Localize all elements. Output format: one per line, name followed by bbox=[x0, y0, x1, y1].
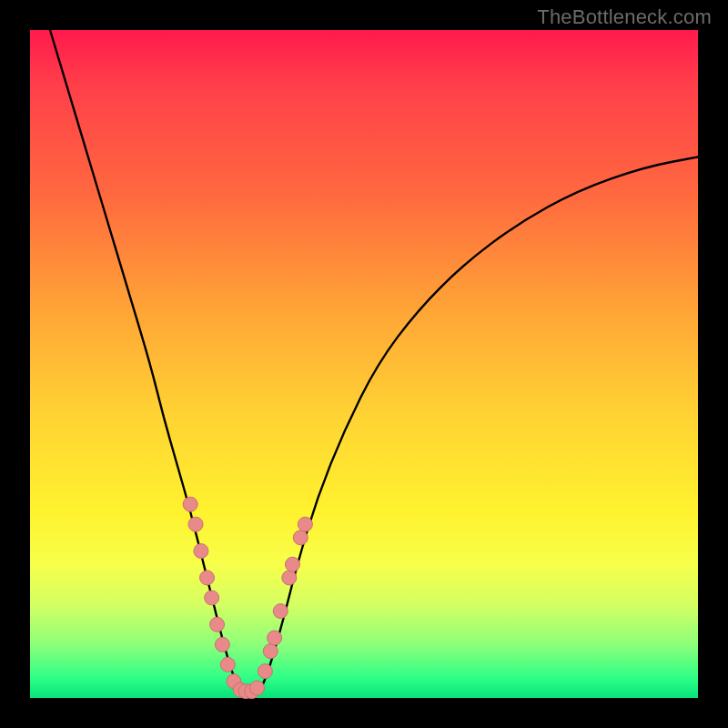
marker-point bbox=[282, 571, 297, 585]
marker-point bbox=[183, 497, 197, 511]
highlight-markers bbox=[183, 497, 312, 699]
marker-point bbox=[205, 591, 219, 605]
curve-svg bbox=[30, 30, 698, 698]
attribution-label: TheBottleneck.com bbox=[537, 5, 712, 29]
marker-point bbox=[258, 664, 272, 679]
marker-point bbox=[210, 617, 225, 632]
marker-point bbox=[293, 531, 308, 545]
chart-frame: TheBottleneck.com bbox=[0, 0, 728, 728]
marker-point bbox=[250, 681, 265, 695]
bottleneck-curve bbox=[50, 30, 698, 698]
marker-point bbox=[268, 631, 282, 645]
marker-point bbox=[215, 637, 229, 652]
marker-point bbox=[200, 571, 215, 585]
marker-point bbox=[194, 544, 208, 559]
marker-point bbox=[285, 557, 299, 571]
marker-point bbox=[273, 604, 288, 619]
marker-point bbox=[220, 657, 235, 672]
marker-point bbox=[263, 644, 278, 659]
plot-area bbox=[30, 30, 698, 698]
marker-point bbox=[298, 517, 312, 531]
marker-point bbox=[188, 517, 203, 531]
